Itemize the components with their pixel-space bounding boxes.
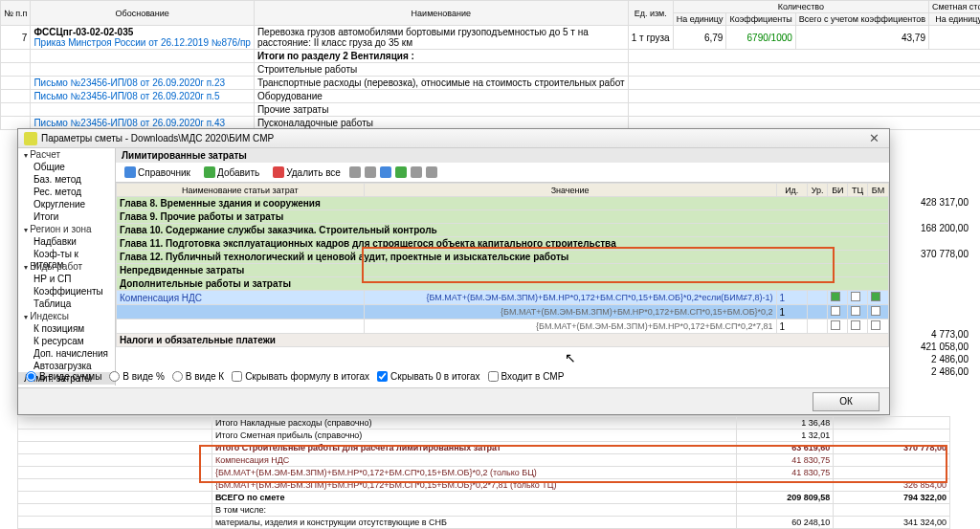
col-unit: Ед. изм. — [628, 1, 673, 26]
close-icon[interactable]: ✕ — [864, 131, 883, 145]
radio-coef[interactable]: В виде К — [172, 371, 224, 382]
delete-all-button[interactable]: Удалить все — [268, 165, 345, 180]
dialog-title-bar[interactable]: Параметры сметы - Downloads\МДС 2020\БИМ… — [18, 129, 889, 148]
section-header: Лимитированные затраты — [116, 148, 889, 163]
tree-item[interactable]: НР и СП — [18, 273, 115, 285]
arrow-down-icon[interactable] — [395, 166, 407, 178]
col-name: Наименование — [254, 1, 628, 26]
book-icon — [124, 166, 136, 178]
tree-group-calc[interactable]: Расчет — [18, 148, 115, 161]
tree-item[interactable]: Коэффициенты — [18, 285, 115, 298]
radio-percent[interactable]: В виде % — [109, 371, 164, 382]
tree-item[interactable]: К позициям — [18, 322, 115, 335]
table-row[interactable]: {БМ.МАТ+(БМ.ЭМ-БМ.ЗПМ)+БМ.НР*0,172+БМ.СП… — [117, 320, 889, 334]
tree-item[interactable]: К ресурсам — [18, 335, 115, 347]
col-cost-grp: Сметная стоимость в базисном/текущем уро… — [929, 1, 981, 13]
limited-costs-table[interactable]: Наименование статьи затрат Значение Ид. … — [116, 183, 889, 347]
check-hide-formula[interactable]: Скрывать формулу в итогах — [232, 371, 369, 382]
tool-icon[interactable] — [426, 166, 437, 178]
dialog-footer: В виде суммы В виде % В виде К Скрывать … — [18, 366, 889, 386]
tree-item[interactable]: Общие — [18, 161, 115, 173]
checkbox-bi[interactable] — [831, 320, 840, 330]
app-icon — [24, 132, 37, 145]
tree-item[interactable]: Доп. начисления — [18, 347, 115, 360]
checkbox-bm[interactable] — [871, 306, 880, 316]
main-grid[interactable]: № п.п Обоснование Наименование Ед. изм. … — [0, 0, 980, 130]
tree-item[interactable]: Таблица — [18, 298, 115, 310]
check-in-smr[interactable]: Входит в СМР — [488, 371, 565, 382]
tree-item[interactable]: Надбавки — [18, 235, 115, 248]
help-button[interactable]: Справочник — [120, 165, 195, 180]
x-icon — [273, 166, 284, 178]
checkbox-tc[interactable] — [851, 306, 860, 316]
arrow-up-icon[interactable] — [380, 166, 391, 178]
checkbox-bi[interactable] — [831, 292, 840, 301]
tree-item[interactable]: Округление — [18, 198, 115, 210]
col-qty-grp: Количество — [673, 1, 928, 13]
tool-icon[interactable] — [365, 166, 376, 178]
tool-icon[interactable] — [349, 166, 361, 178]
summary-grid: Итого Накладные расходы (справочно)1 36,… — [17, 416, 950, 529]
estimate-params-dialog: Параметры сметы - Downloads\МДС 2020\БИМ… — [17, 128, 890, 415]
add-button[interactable]: Добавить — [199, 165, 264, 180]
tree-group-worktypes[interactable]: Виды работ — [18, 260, 115, 273]
table-row[interactable]: Компенсация НДС {БМ.МАТ+(БМ.ЭМ-БМ.ЗПМ)+Б… — [117, 291, 889, 305]
tree-group-region[interactable]: Регион и зона — [18, 223, 115, 235]
checkbox-bi[interactable] — [831, 306, 840, 316]
ok-button[interactable]: ОК — [813, 392, 880, 411]
col-num: № п.п — [1, 1, 31, 26]
grid-row[interactable]: 7 ФССЦпг-03-02-02-035Приказ Минстроя Рос… — [1, 26, 981, 50]
tool-icon[interactable] — [411, 166, 422, 178]
check-hide-zero[interactable]: Скрывать 0 в итогах — [377, 371, 480, 382]
table-row[interactable]: {БМ.МАТ+(БМ.ЭМ-БМ.ЗПМ)+БМ.НР*0,172+БМ.СП… — [117, 305, 889, 320]
toolbar: Справочник Добавить Удалить все — [116, 163, 889, 183]
checkbox-bm[interactable] — [871, 320, 880, 330]
tree-item[interactable]: Итоги — [18, 210, 115, 223]
tree-item[interactable]: Баз. метод — [18, 173, 115, 186]
tree-item[interactable]: Рес. метод — [18, 186, 115, 198]
dialog-title: Параметры сметы - Downloads\МДС 2020\БИМ… — [41, 133, 274, 143]
checkbox-bm[interactable] — [871, 292, 880, 301]
col-basis: Обоснование — [31, 1, 255, 26]
checkbox-tc[interactable] — [851, 292, 860, 301]
checkbox-tc[interactable] — [851, 320, 860, 330]
plus-icon — [204, 166, 215, 178]
tree-item[interactable]: Коэф-ты к итогам — [18, 248, 115, 260]
radio-sum[interactable]: В виде суммы — [26, 371, 101, 382]
nav-tree[interactable]: Расчет Общие Баз. метод Рес. метод Округ… — [18, 148, 116, 386]
tree-group-indices[interactable]: Индексы — [18, 310, 115, 322]
